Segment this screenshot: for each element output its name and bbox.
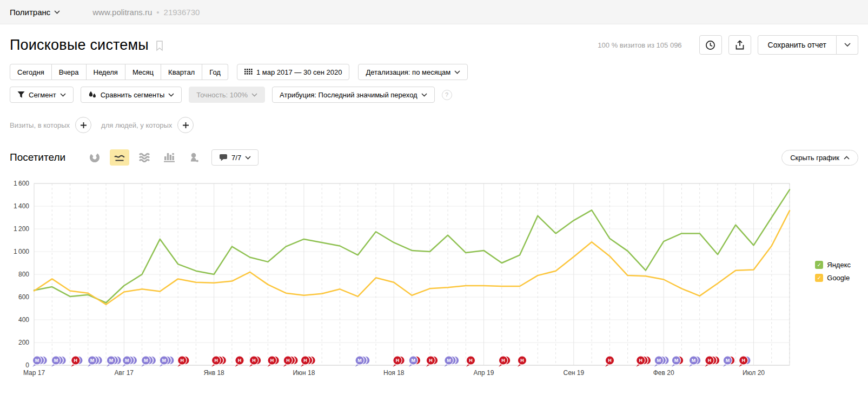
compare-segments-dropdown[interactable]: Сравнить сегменты — [81, 87, 182, 103]
tab-month[interactable]: Месяц — [125, 64, 161, 80]
svg-text:Н: Н — [238, 358, 242, 363]
segment-toolbar: Сегмент Сравнить сегменты Точность: 100%… — [10, 87, 858, 103]
tab-year[interactable]: Год — [202, 64, 228, 80]
svg-text:Ноя 18: Ноя 18 — [383, 369, 405, 377]
checkbox-checked-icon: ✓ — [815, 274, 823, 282]
hide-chart-label: Скрыть график — [790, 154, 839, 162]
query-builder: Визиты, в которых для людей, у которых — [10, 117, 858, 133]
add-visit-condition-button[interactable] — [75, 117, 91, 133]
legend-item-yandex[interactable]: ✓ Яндекс — [815, 261, 851, 269]
chart-type-line-button[interactable] — [110, 149, 129, 166]
tab-yesterday[interactable]: Вчера — [52, 64, 87, 80]
goals-dropdown[interactable]: 7/7 — [211, 149, 259, 166]
date-range-button[interactable]: 1 мар 2017 — 30 сен 2020 — [237, 64, 350, 80]
compare-drops-icon — [88, 91, 97, 99]
chart-type-switcher — [85, 149, 204, 166]
svg-text:М: М — [162, 358, 167, 363]
svg-text:Н: Н — [270, 358, 274, 363]
compare-segments-label: Сравнить сегменты — [101, 91, 165, 99]
clock-icon — [705, 40, 715, 50]
line-chart-icon — [114, 153, 125, 162]
counter-switcher[interactable]: Политранс — [10, 8, 60, 17]
svg-text:М: М — [674, 358, 679, 363]
save-report-button[interactable]: Сохранить отчет — [758, 35, 837, 55]
svg-text:М: М — [726, 358, 730, 363]
period-toolbar: Сегодня Вчера Неделя Месяц Квартал Год 1… — [10, 64, 858, 80]
svg-text:Н: Н — [708, 358, 712, 363]
svg-text:1 000: 1 000 — [14, 248, 29, 255]
svg-text:Сен 19: Сен 19 — [564, 369, 585, 377]
chevron-down-icon — [54, 10, 60, 14]
legend-item-google[interactable]: ✓ Google — [815, 274, 851, 282]
accuracy-label: Точность: 100% — [196, 91, 248, 99]
schedule-button[interactable] — [699, 35, 722, 55]
speech-bubble-icon — [219, 154, 228, 162]
chevron-down-icon — [844, 43, 851, 47]
svg-text:М: М — [357, 358, 362, 363]
detalization-dropdown[interactable]: Детализация: по месяцам — [358, 64, 468, 80]
segment-label: Сегмент — [29, 91, 56, 99]
visitors-line-chart[interactable]: 02004006008001 0001 2001 4001 600ММНММММ… — [10, 174, 858, 379]
map-pin-icon — [189, 153, 199, 163]
svg-text:М: М — [144, 358, 148, 363]
counter-name: Политранс — [10, 8, 50, 17]
svg-text:М: М — [412, 358, 416, 363]
chevron-down-icon — [421, 93, 427, 97]
chart-type-pie-button[interactable] — [85, 149, 104, 166]
svg-text:Апр 19: Апр 19 — [474, 369, 494, 377]
svg-text:М: М — [35, 358, 39, 363]
title-row: Поисковые системы 100 % визитов из 105 0… — [10, 34, 858, 56]
svg-text:Н: Н — [608, 358, 612, 363]
chart-type-area-button[interactable] — [135, 149, 154, 166]
svg-text:Н: Н — [396, 358, 400, 363]
svg-text:Фев 20: Фев 20 — [653, 369, 674, 377]
svg-text:Н: Н — [742, 358, 746, 363]
export-button[interactable] — [728, 35, 751, 55]
svg-text:Н: Н — [469, 358, 473, 363]
svg-text:Н: Н — [303, 358, 307, 363]
plus-icon — [182, 122, 189, 129]
topbar: Политранс www.politrans.ru • 21936730 — [0, 0, 868, 24]
people-condition-label: для людей, у которых — [101, 121, 172, 129]
chart-type-columns-button[interactable] — [160, 149, 179, 166]
save-report-menu-button[interactable] — [837, 35, 858, 55]
tab-quarter[interactable]: Квартал — [161, 64, 202, 80]
svg-text:Июл 20: Июл 20 — [743, 369, 765, 377]
svg-text:Авг 17: Авг 17 — [115, 369, 134, 377]
tab-today[interactable]: Сегодня — [10, 64, 52, 80]
accuracy-dropdown[interactable]: Точность: 100% — [189, 87, 265, 103]
calendar-grid-icon — [244, 69, 253, 76]
svg-text:Мар 17: Мар 17 — [23, 369, 45, 377]
hide-chart-button[interactable]: Скрыть график — [781, 150, 858, 166]
legend-label: Google — [827, 274, 850, 282]
stacked-area-icon — [138, 153, 150, 162]
svg-text:Н: Н — [252, 358, 256, 363]
visits-note: 100 % визитов из 105 096 — [598, 41, 681, 49]
column-chart-icon — [164, 153, 175, 162]
checkbox-checked-icon: ✓ — [815, 261, 823, 269]
help-icon[interactable]: ? — [442, 90, 452, 100]
attribution-dropdown[interactable]: Атрибуция: Последний значимый переход — [272, 87, 435, 103]
chevron-up-icon — [844, 156, 850, 160]
date-range-label: 1 мар 2017 — 30 сен 2020 — [256, 68, 342, 76]
report-page: Поисковые системы 100 % визитов из 105 0… — [0, 34, 868, 379]
svg-text:Н: Н — [214, 358, 218, 363]
bookmark-icon[interactable] — [155, 40, 164, 51]
add-people-condition-button[interactable] — [177, 117, 194, 133]
segment-dropdown[interactable]: Сегмент — [10, 87, 74, 103]
svg-text:400: 400 — [18, 316, 29, 324]
chevron-down-icon — [454, 70, 460, 74]
chart-type-map-button[interactable] — [184, 149, 204, 166]
chevron-down-icon — [168, 93, 174, 97]
svg-text:1 600: 1 600 — [14, 180, 29, 187]
site-url: www.politrans.ru — [92, 8, 152, 17]
svg-text:200: 200 — [18, 339, 29, 346]
funnel-icon — [17, 91, 25, 98]
svg-text:Н: Н — [286, 358, 290, 363]
visits-condition-label: Визиты, в которых — [10, 121, 70, 129]
svg-text:Н: Н — [74, 358, 78, 363]
legend-label: Яндекс — [827, 261, 851, 269]
tab-week[interactable]: Неделя — [87, 64, 125, 80]
site-info: www.politrans.ru • 21936730 — [92, 8, 200, 17]
svg-text:М: М — [109, 358, 114, 363]
